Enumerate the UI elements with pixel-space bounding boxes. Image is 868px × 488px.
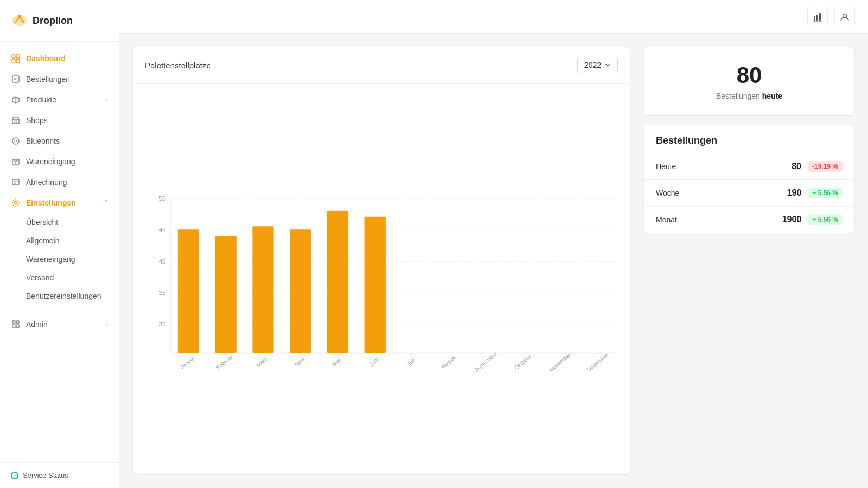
bestellungen-card: Bestellungen Heute 80 -19.19 % Woche 190… — [643, 125, 855, 233]
service-status-label: Service Status — [23, 471, 68, 479]
heute-badge: -19.19 % — [808, 161, 843, 172]
sidebar-item-blueprints[interactable]: Blueprints — [0, 131, 119, 151]
chart-title: Palettenstellplätze — [145, 61, 211, 70]
svg-text:40: 40 — [159, 258, 165, 265]
svg-rect-22 — [12, 325, 15, 328]
svg-rect-27 — [813, 21, 822, 22]
analytics-button[interactable] — [807, 7, 828, 27]
produkte-chevron: › — [106, 97, 108, 103]
woche-value: 190 — [787, 188, 802, 198]
shops-label: Shops — [26, 116, 48, 125]
abrechnung-label: Abrechnung — [26, 178, 67, 187]
svg-text:30: 30 — [159, 321, 165, 328]
user-icon — [840, 12, 850, 22]
svg-rect-26 — [819, 13, 821, 21]
bestellungen-title: Bestellungen — [644, 125, 854, 153]
sidebar-subitem-wareneingang[interactable]: Wareneingang — [26, 250, 119, 268]
logo-icon — [11, 12, 28, 29]
sidebar-subitem-versand[interactable]: Versand — [26, 268, 119, 287]
admin-icon — [11, 319, 21, 329]
svg-point-19 — [15, 202, 17, 204]
svg-rect-16 — [12, 179, 19, 185]
svg-point-12 — [12, 138, 19, 144]
bar-april — [290, 229, 311, 353]
sidebar-subitem-benutzereinstellungen[interactable]: Benutzereinstellungen — [26, 287, 119, 305]
svg-text:Januar: Januar — [179, 354, 196, 370]
svg-rect-3 — [16, 55, 20, 58]
year-selector[interactable]: 2022 — [577, 57, 618, 73]
svg-text:45: 45 — [159, 227, 165, 233]
bar-chart: 50 45 40 35 30 — [142, 92, 621, 470]
svg-rect-6 — [12, 76, 19, 82]
dashboard-icon — [11, 54, 21, 63]
sidebar-item-einstellungen[interactable]: Einstellungen ˅ — [0, 192, 119, 213]
today-label: Bestellungen heute — [656, 92, 843, 100]
sidebar-item-wareneingang[interactable]: Wareneingang — [0, 151, 119, 172]
sidebar-item-bestellungen[interactable]: Bestellungen — [0, 69, 119, 89]
bestellungen-row-woche: Woche 190 + 5.56 % — [644, 179, 854, 206]
year-value: 2022 — [584, 61, 601, 69]
monat-badge: + 5.56 % — [808, 214, 843, 225]
svg-text:März: März — [255, 356, 269, 368]
today-stat-card: 80 Bestellungen heute — [643, 47, 855, 116]
wareneingang-label: Wareneingang — [26, 157, 75, 166]
bestellungen-label: Bestellungen — [26, 75, 70, 84]
svg-rect-23 — [16, 325, 19, 328]
bar-juni — [365, 217, 386, 353]
blueprints-label: Blueprints — [26, 137, 60, 145]
einstellungen-icon — [11, 198, 21, 208]
einstellungen-submenu: Übersicht Allgemein Wareneingang Versand… — [0, 213, 119, 305]
sidebar-item-admin[interactable]: Admin › — [0, 314, 119, 335]
svg-rect-4 — [12, 59, 15, 62]
svg-rect-20 — [12, 321, 15, 324]
service-status-footer[interactable]: Service Status — [0, 462, 119, 488]
produkte-icon — [11, 95, 21, 105]
svg-point-1 — [18, 15, 21, 18]
main-content: Palettenstellplätze 2022 — [119, 0, 868, 488]
chart-body: 50 45 40 35 30 — [133, 84, 630, 474]
svg-rect-21 — [16, 321, 19, 324]
admin-label: Admin — [26, 320, 48, 329]
einstellungen-label: Einstellungen — [26, 198, 76, 207]
monat-value: 1900 — [782, 215, 802, 224]
bestellungen-icon — [11, 74, 21, 84]
right-panel: 80 Bestellungen heute Bestellungen Heute… — [643, 47, 855, 475]
sidebar-item-produkte[interactable]: Produkte › — [0, 89, 119, 110]
chevron-down-icon — [604, 62, 611, 68]
bar-mai — [327, 211, 348, 353]
today-number: 80 — [656, 62, 843, 88]
bar-januar — [178, 229, 199, 353]
svg-text:September: September — [473, 351, 498, 373]
heute-value: 80 — [792, 162, 801, 171]
sidebar-item-dashboard[interactable]: Dashboard — [0, 48, 119, 69]
heute-label: Heute — [656, 162, 792, 171]
sidebar-item-shops[interactable]: Shops — [0, 110, 119, 131]
sidebar-item-abrechnung[interactable]: Abrechnung — [0, 172, 119, 192]
svg-text:50: 50 — [159, 195, 165, 202]
logo-area[interactable]: Droplion — [0, 0, 119, 42]
bar-februar — [215, 236, 237, 353]
svg-rect-25 — [816, 15, 818, 21]
abrechnung-icon — [11, 177, 21, 187]
svg-text:August: August — [440, 354, 457, 370]
user-button[interactable] — [834, 7, 855, 27]
svg-text:Juli: Juli — [406, 357, 416, 367]
woche-label: Woche — [656, 189, 787, 197]
bar-marz — [252, 226, 273, 353]
chart-header: Palettenstellplätze 2022 — [133, 47, 630, 84]
svg-text:35: 35 — [159, 290, 165, 296]
einstellungen-chevron: ˅ — [105, 200, 108, 207]
wareneingang-icon — [11, 157, 21, 166]
svg-text:Juni: Juni — [368, 357, 380, 368]
sidebar-subitem-ubersicht[interactable]: Übersicht — [26, 213, 119, 232]
chart-card: Palettenstellplätze 2022 — [132, 47, 630, 475]
woche-badge: + 5.56 % — [808, 188, 843, 198]
sidebar-subitem-allgemein[interactable]: Allgemein — [26, 232, 119, 250]
bestellungen-row-heute: Heute 80 -19.19 % — [644, 153, 854, 179]
content-area: Palettenstellplätze 2022 — [119, 34, 868, 488]
topbar — [119, 0, 868, 34]
analytics-icon — [813, 12, 822, 22]
svg-text:Oktober: Oktober — [513, 354, 533, 371]
blueprints-icon — [11, 136, 21, 146]
service-status-icon — [11, 472, 18, 479]
